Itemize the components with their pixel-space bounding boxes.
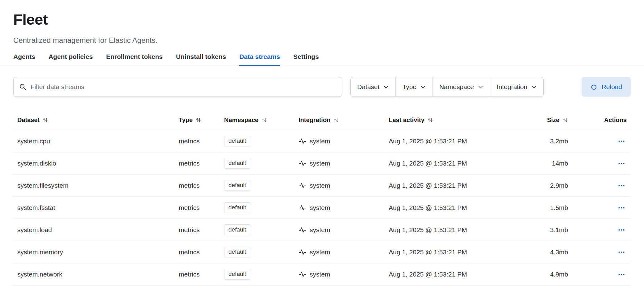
dataset-cell-text: system.fsstat [17,204,55,211]
actions-cell [572,136,631,146]
last-activity-cell: Aug 1, 2025 @ 1:53:21 PM [385,271,517,278]
column-header-namespace[interactable]: Namespace [220,117,295,124]
ellipsis-icon [618,249,625,256]
integration-name: system [310,182,330,189]
actions-cell [572,247,631,257]
last-activity-cell: Aug 1, 2025 @ 1:53:21 PM [385,248,517,256]
size-cell-text: 14mb [552,160,568,167]
size-cell: 3.2mb [517,137,572,145]
pulse-icon [299,226,306,234]
integration-cell: system [295,137,385,145]
row-actions-button[interactable] [616,247,627,257]
row-actions-button[interactable] [616,158,627,169]
table-row: system.networkmetricsdefaultsystemAug 1,… [13,263,631,285]
tabs-divider [0,66,644,66]
column-header-integration[interactable]: Integration [295,117,385,124]
type-cell: metrics [175,204,220,211]
sort-arrows-icon [261,117,267,123]
table-row: system.memorymetricsdefaultsystemAug 1, … [13,241,631,263]
integration-name: system [310,271,330,278]
last-activity-cell-text: Aug 1, 2025 @ 1:53:21 PM [389,271,467,278]
last-activity-cell: Aug 1, 2025 @ 1:53:21 PM [385,160,517,167]
pulse-icon [299,204,306,211]
ellipsis-icon [618,182,625,189]
namespace-badge: default [224,202,250,213]
integration-cell: system [295,204,385,211]
type-cell-text: metrics [179,182,200,189]
dataset-cell: system.filesystem [13,182,175,189]
filter-label: Dataset [357,83,379,91]
column-label: Namespace [224,117,258,124]
search-icon [19,83,27,91]
actions-cell [572,225,631,235]
filter-dataset[interactable]: Dataset [351,77,396,96]
column-header-type[interactable]: Type [175,117,220,124]
column-header-dataset[interactable]: Dataset [13,117,175,124]
tab-agent-policies[interactable]: Agent policies [48,53,93,66]
row-actions-button[interactable] [616,203,627,213]
row-actions-button[interactable] [616,269,627,280]
size-cell: 3.1mb [517,226,572,234]
tab-data-streams[interactable]: Data streams [239,53,280,66]
integration-name: system [310,226,330,234]
table-row: system.cpumetricsdefaultsystemAug 1, 202… [13,130,631,152]
dataset-cell: system.load [13,226,175,234]
type-cell-text: metrics [179,137,200,145]
filter-namespace[interactable]: Namespace [433,77,490,96]
tab-enrollment-tokens[interactable]: Enrollment tokens [106,53,163,66]
size-cell-text: 3.2mb [550,137,568,145]
last-activity-cell: Aug 1, 2025 @ 1:53:21 PM [385,226,517,234]
type-cell: metrics [175,137,220,145]
tab-settings[interactable]: Settings [293,53,319,66]
last-activity-cell-text: Aug 1, 2025 @ 1:53:21 PM [389,204,467,211]
filter-type[interactable]: Type [396,77,433,96]
column-label: Last activity [389,117,424,124]
row-actions-button[interactable] [616,180,627,191]
dataset-cell: system.fsstat [13,204,175,211]
row-actions-button[interactable] [616,136,627,146]
dataset-cell: system.diskio [13,160,175,167]
integration-name: system [310,137,330,145]
dataset-cell-text: system.network [17,271,62,278]
sort-arrows-icon [562,117,568,123]
pulse-icon [299,137,306,145]
chevron-down-icon [531,84,537,90]
filter-integration[interactable]: Integration [490,77,543,96]
toolbar: DatasetTypeNamespaceIntegration Reload [13,77,631,97]
actions-cell [572,180,631,191]
search-input[interactable] [31,83,336,91]
table-row: system.diskiometricsdefaultsystemAug 1, … [13,152,631,174]
column-header-last-activity[interactable]: Last activity [385,117,517,124]
reload-button[interactable]: Reload [582,77,631,97]
ellipsis-icon [618,227,625,233]
last-activity-cell-text: Aug 1, 2025 @ 1:53:21 PM [389,137,467,145]
chevron-down-icon [420,84,426,90]
column-label: Type [179,117,193,124]
type-cell-text: metrics [179,271,200,278]
type-cell-text: metrics [179,248,200,256]
actions-cell [572,158,631,169]
integration-cell: system [295,270,385,278]
type-cell: metrics [175,271,220,278]
row-actions-button[interactable] [616,225,627,235]
dataset-cell: system.network [13,271,175,278]
tab-uninstall-tokens[interactable]: Uninstall tokens [176,53,226,66]
tab-agents[interactable]: Agents [13,53,35,66]
dataset-cell: system.cpu [13,137,175,145]
size-cell-text: 2.9mb [550,182,568,189]
size-cell-text: 4.9mb [550,271,568,278]
last-activity-cell: Aug 1, 2025 @ 1:53:21 PM [385,182,517,189]
ellipsis-icon [618,138,625,145]
column-label: Actions [604,117,627,124]
type-cell-text: metrics [179,226,200,234]
integration-name: system [310,248,330,256]
column-header-size[interactable]: Size [517,117,572,124]
namespace-cell: default [220,180,295,191]
integration-name: system [310,160,330,167]
namespace-cell: default [220,269,295,280]
page-subtitle: Centralized management for Elastic Agent… [13,36,631,45]
namespace-badge: default [224,269,250,280]
type-cell: metrics [175,182,220,189]
column-label: Size [547,117,559,124]
chevron-down-icon [478,84,483,90]
